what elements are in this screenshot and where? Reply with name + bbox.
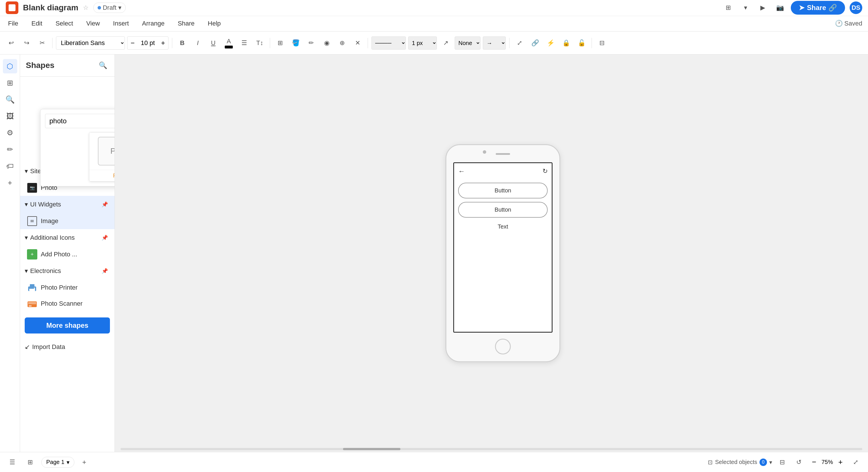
text-format-button[interactable]: T↕ bbox=[253, 36, 267, 49]
lock2-button[interactable]: 🔓 bbox=[575, 36, 588, 49]
screen-button-2[interactable]: Button bbox=[458, 202, 548, 217]
play-icon[interactable]: ▶ bbox=[756, 1, 769, 14]
shape-item-photo-scanner[interactable]: Photo Scanner bbox=[20, 296, 115, 312]
shape-fill-button[interactable]: ◉ bbox=[320, 36, 333, 49]
canvas-scrollbar[interactable] bbox=[121, 448, 862, 450]
format-paint-button[interactable]: ✂ bbox=[36, 36, 49, 49]
canvas-scrollbar-thumb[interactable] bbox=[343, 448, 400, 450]
phone-home-button[interactable] bbox=[495, 339, 511, 355]
phone-camera bbox=[483, 150, 486, 154]
chevron-down-icon[interactable]: ▾ bbox=[739, 1, 752, 14]
underline-button[interactable]: U bbox=[207, 36, 220, 49]
connector-style-select[interactable]: None bbox=[455, 36, 480, 49]
camera-icon[interactable]: 📷 bbox=[774, 1, 786, 14]
share-button[interactable]: ➤ Share 🔗 bbox=[791, 1, 845, 14]
pin-ui-widgets-button[interactable]: 📌 bbox=[100, 199, 110, 210]
screen-button-1[interactable]: Button bbox=[458, 183, 548, 198]
more-shapes-button[interactable]: More shapes bbox=[25, 317, 110, 334]
menu-file[interactable]: File bbox=[6, 18, 20, 29]
section-additional-icons[interactable]: ▾ Additional Icons 📌 bbox=[20, 229, 115, 246]
sidebar-plus-icon[interactable]: + bbox=[3, 175, 17, 190]
container-button[interactable]: ⊞ bbox=[274, 36, 287, 49]
sidebar-search-icon[interactable]: 🔍 bbox=[3, 92, 17, 107]
menu-select[interactable]: Select bbox=[53, 18, 75, 29]
fill-button[interactable]: 🪣 bbox=[289, 36, 302, 49]
line-style-select[interactable]: ──── bbox=[371, 36, 406, 49]
font-color-button[interactable]: A bbox=[222, 36, 236, 49]
avatar[interactable]: DS bbox=[849, 1, 862, 14]
undo-button[interactable]: ↩ bbox=[5, 36, 18, 49]
font-size-decrease[interactable]: − bbox=[127, 36, 138, 49]
shape-item-image[interactable]: ✉ Image bbox=[20, 213, 115, 229]
redo-button[interactable]: ↪ bbox=[20, 36, 33, 49]
selected-chevron-icon[interactable]: ▾ bbox=[769, 459, 772, 466]
italic-button[interactable]: I bbox=[191, 36, 205, 49]
import-label: Import Data bbox=[32, 343, 65, 351]
pin-electronics-button[interactable]: 📌 bbox=[100, 266, 110, 276]
font-size-input[interactable] bbox=[138, 39, 158, 47]
diagram-title[interactable]: Blank diagram bbox=[23, 3, 79, 12]
import-data-button[interactable]: ↙ Import Data bbox=[20, 339, 70, 355]
layer-list-icon[interactable]: ☰ bbox=[6, 456, 19, 469]
sidebar-draw-icon[interactable]: ✏ bbox=[3, 142, 17, 157]
waypoint-style-button[interactable]: ⤢ bbox=[513, 36, 526, 49]
align-button[interactable]: ☰ bbox=[238, 36, 251, 49]
page-label: Page 1 bbox=[46, 459, 64, 465]
layer-icon[interactable]: ⊟ bbox=[776, 456, 789, 469]
draft-badge[interactable]: Draft ▾ bbox=[93, 3, 126, 13]
shape-preview-label: Photo bbox=[89, 170, 115, 181]
sidebar-shapes-icon[interactable]: ⬡ bbox=[3, 59, 17, 73]
arrow-select[interactable]: → bbox=[483, 36, 506, 49]
screen-refresh-icon[interactable]: ↻ bbox=[542, 167, 548, 175]
favorite-icon[interactable]: ☆ bbox=[83, 4, 89, 11]
sidebar-tag-icon[interactable]: 🏷 bbox=[3, 159, 17, 173]
canvas-area[interactable]: ← ↻ Button Button Text bbox=[115, 55, 868, 452]
lock-button[interactable]: 🔒 bbox=[559, 36, 572, 49]
connection-button[interactable]: ⊕ bbox=[336, 36, 349, 49]
image-envelope-icon: ✉ bbox=[27, 216, 37, 226]
menu-insert[interactable]: Insert bbox=[111, 18, 131, 29]
line-width-select[interactable]: 1 px bbox=[408, 36, 437, 49]
svg-rect-1 bbox=[29, 289, 35, 291]
zoom-level: 75% bbox=[822, 459, 833, 465]
zoom-out-button[interactable]: − bbox=[809, 457, 819, 467]
bold-button[interactable]: B bbox=[176, 36, 189, 49]
sidebar-templates-icon[interactable]: ⊞ bbox=[3, 76, 17, 90]
menu-help[interactable]: Help bbox=[206, 18, 223, 29]
section-additional-icons-text: Additional Icons bbox=[30, 234, 74, 241]
section-electronics[interactable]: ▾ Electronics 📌 bbox=[20, 262, 115, 279]
line-end-button[interactable]: ↗ bbox=[439, 36, 453, 49]
grid-icon[interactable]: ⊞ bbox=[24, 456, 37, 469]
fit-screen-button[interactable]: ⤢ bbox=[849, 456, 862, 469]
shape-item-photo-printer[interactable]: Photo Printer bbox=[20, 279, 115, 296]
font-family-select[interactable]: Liberation Sans bbox=[56, 36, 125, 49]
title-bar: Blank diagram ☆ Draft ▾ ⊞ ▾ ▶ 📷 ➤ Share … bbox=[0, 0, 868, 16]
reset-icon[interactable]: ↺ bbox=[792, 456, 805, 469]
font-size-increase[interactable]: + bbox=[158, 36, 168, 49]
pin-additional-icons-button[interactable]: 📌 bbox=[100, 233, 110, 243]
sidebar-plugin-icon[interactable]: ⚙ bbox=[3, 126, 17, 140]
menu-edit[interactable]: Edit bbox=[29, 18, 44, 29]
search-input[interactable] bbox=[45, 114, 115, 128]
present-icon[interactable]: ⊞ bbox=[722, 1, 735, 14]
sidebar-image-icon[interactable]: 🖼 bbox=[3, 109, 17, 123]
menu-share[interactable]: Share bbox=[175, 18, 197, 29]
waypoint-button[interactable]: ✕ bbox=[351, 36, 364, 49]
lightning-button[interactable]: ⚡ bbox=[544, 36, 557, 49]
format-panel-button[interactable]: ⊟ bbox=[595, 36, 609, 49]
shapes-search-button[interactable]: 🔍 bbox=[97, 60, 109, 71]
page-tab[interactable]: Page 1 ▾ bbox=[41, 457, 74, 468]
screen-back-icon[interactable]: ← bbox=[458, 167, 465, 175]
app-logo[interactable] bbox=[6, 1, 19, 14]
separator-6 bbox=[592, 38, 592, 48]
shape-item-add-photo[interactable]: + Add Photo ... bbox=[20, 246, 115, 262]
selected-objects-label: Selected objects bbox=[715, 459, 757, 465]
menu-view[interactable]: View bbox=[84, 18, 102, 29]
photo-black-icon: 📷 bbox=[27, 183, 37, 193]
zoom-in-button[interactable]: + bbox=[835, 457, 846, 467]
link-button[interactable]: 🔗 bbox=[528, 36, 541, 49]
line-color-button[interactable]: ✏ bbox=[305, 36, 318, 49]
add-page-button[interactable]: + bbox=[79, 457, 89, 467]
menu-arrange[interactable]: Arrange bbox=[140, 18, 167, 29]
section-ui-widgets[interactable]: ▾ UI Widgets 📌 bbox=[20, 196, 115, 213]
